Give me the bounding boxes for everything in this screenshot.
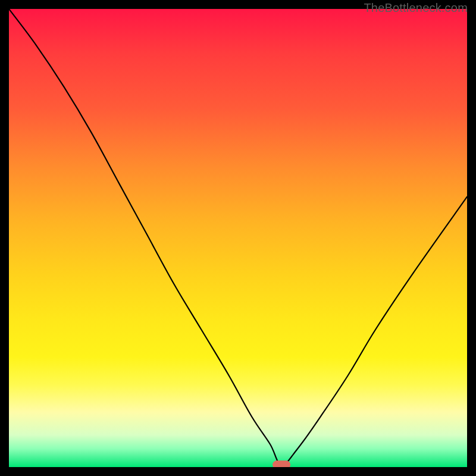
chart-frame: TheBottleneck.com [0, 0, 476, 476]
plot-area [9, 9, 467, 467]
attribution-text: TheBottleneck.com [364, 1, 468, 15]
chart-svg [9, 9, 467, 467]
bottleneck-curve [9, 9, 467, 465]
minimum-marker [273, 461, 290, 467]
